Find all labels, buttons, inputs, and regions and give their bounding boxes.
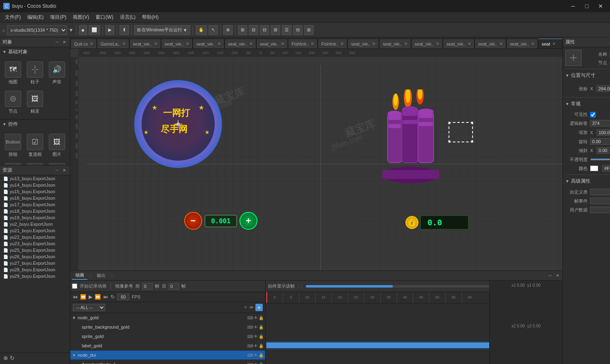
record-checkbox[interactable] xyxy=(72,283,77,289)
tab-seat6[interactable]: seat_vie..✕ xyxy=(347,39,379,48)
layer-sprite-bg-gold[interactable]: sprite_background_gold ⌨ 👁 🔒 xyxy=(75,323,265,332)
square-btn-2[interactable]: ⬜ xyxy=(89,25,100,35)
normal-section-header[interactable]: ▼ 常规 xyxy=(565,99,610,109)
tab-close-icon[interactable]: ✕ xyxy=(249,41,253,46)
list-item[interactable]: 📄yu29_buyu.ExportJson xyxy=(0,273,70,279)
tab-quit[interactable]: Quit.cs✕ xyxy=(70,39,97,48)
tab-seat7[interactable]: seat_vie..✕ xyxy=(379,39,411,48)
tab-seat11[interactable]: seat_vie..✕ xyxy=(506,39,538,48)
basic-section-header[interactable]: ▼ 基础对象 xyxy=(0,47,70,57)
skew-x-input[interactable] xyxy=(597,147,610,154)
list-item[interactable]: 📄yu18_buyu.ExportJson xyxy=(0,208,70,214)
visibility-checkbox[interactable] xyxy=(590,112,596,118)
hand-tool[interactable]: ✋ xyxy=(196,25,207,35)
control-checkbox[interactable]: ☑ 复选框 xyxy=(25,132,45,159)
list-item[interactable]: 📄yu22_buyu.ExportJson xyxy=(0,234,70,240)
control-fnt[interactable]: T FNT字体 xyxy=(47,161,67,165)
layer-node-gold[interactable]: ▼ node_gold ⌨ 👁 🔒 xyxy=(70,313,265,323)
menu-help[interactable]: 帮助(H) xyxy=(139,13,162,22)
tab-close-icon[interactable]: ✕ xyxy=(90,41,93,46)
panel-close-btn[interactable]: ✕ xyxy=(61,39,68,46)
list-item[interactable]: 📄yu25_buyu.ExportJson xyxy=(0,247,70,253)
assets-minimize-btn[interactable]: ─ xyxy=(54,167,60,174)
tab-fishintr2[interactable]: FishIntr..✕ xyxy=(318,39,347,48)
tab-close-icon[interactable]: ✕ xyxy=(122,41,126,46)
go-start-btn[interactable]: ⏮ xyxy=(73,294,78,300)
menu-project[interactable]: 项目(P) xyxy=(47,13,70,22)
tab-seat3[interactable]: seat_vie..✕ xyxy=(193,39,224,48)
tab-seat8[interactable]: seat_vie..✕ xyxy=(411,39,443,48)
bottom-close-btn[interactable]: ✕ xyxy=(554,272,561,279)
object-particle[interactable]: 粒子 xyxy=(25,60,45,87)
list-item[interactable]: 📄yu15_buyu.ExportJson xyxy=(0,188,70,195)
assets-add-btn[interactable]: ⊕ xyxy=(3,355,8,361)
align-btn5[interactable]: ⊟ xyxy=(293,25,303,35)
after-frames-input[interactable] xyxy=(169,283,179,290)
tab-seat4[interactable]: seat_vie..✕ xyxy=(224,39,256,48)
cursor-tool[interactable]: ↖ xyxy=(209,25,218,35)
menu-language[interactable]: 语言(L) xyxy=(117,13,139,22)
assets-refresh-btn[interactable]: ↻ xyxy=(10,355,15,361)
tab-close-icon[interactable]: ✕ xyxy=(372,41,375,46)
layer-node-dui[interactable]: ▼ node_dui ⌨ 👁 🔒 xyxy=(70,351,265,360)
export-button[interactable]: ⬆ xyxy=(120,25,129,35)
tab-close-icon[interactable]: ✕ xyxy=(186,41,189,46)
tab-output[interactable]: 输出 xyxy=(94,272,109,279)
list-item[interactable]: 📄yu2_buyu.ExportJson xyxy=(0,221,70,227)
align-btn3[interactable]: ⊞ xyxy=(271,25,280,35)
custom-class-input[interactable] xyxy=(590,189,610,195)
align-btn6[interactable]: ⊞ xyxy=(304,25,314,35)
tab-close-icon[interactable]: ✕ xyxy=(311,41,314,46)
control-image[interactable]: 🖼 图片 xyxy=(47,132,67,159)
prev-frame-btn[interactable]: ⏪ xyxy=(80,294,86,300)
project-select[interactable]: x-studio365(1334 * 750) xyxy=(7,25,67,35)
list-item[interactable]: 📄yu26_buyu.ExportJson xyxy=(0,253,70,260)
control-text[interactable]: A 文本 xyxy=(3,161,23,165)
list-item[interactable]: 📄yu21_buyu.ExportJson xyxy=(0,227,70,234)
list-item[interactable]: 📄yu13_buyu.ExportJson xyxy=(0,175,70,182)
run-platform-button[interactable]: ⊞ 在Windows平台运行 ▼ xyxy=(134,25,190,35)
before-frames-input[interactable] xyxy=(142,283,152,290)
plus-button[interactable]: + xyxy=(240,212,257,230)
tab-seat10[interactable]: seat_vie..✕ xyxy=(475,39,506,48)
go-end-btn[interactable]: ⏭ xyxy=(103,294,108,300)
object-sprite[interactable]: 🖼 精灵 xyxy=(25,89,45,116)
opacity-slider[interactable] xyxy=(590,159,610,160)
panel-minimize-btn[interactable]: ─ xyxy=(54,39,60,46)
user-data-input[interactable] xyxy=(590,207,610,213)
list-item[interactable]: 📄yu23_buyu.ExportJson xyxy=(0,240,70,247)
align-btn4[interactable]: ☰ xyxy=(282,25,292,35)
menu-window[interactable]: 窗口(W) xyxy=(92,13,116,22)
logic-tag-input[interactable] xyxy=(590,120,610,126)
list-item[interactable]: 📄yu16_buyu.ExportJson xyxy=(0,195,70,201)
list-item[interactable]: 📄yu19_buyu.ExportJson xyxy=(0,214,70,221)
bottom-minimize-btn[interactable]: ─ xyxy=(547,272,553,279)
loop-btn[interactable]: ↻ xyxy=(111,294,115,300)
maximize-button[interactable]: □ xyxy=(581,0,593,12)
tab-close-icon[interactable]: ✕ xyxy=(281,41,284,46)
minimize-button[interactable]: ─ xyxy=(567,0,579,12)
minus-button[interactable]: − xyxy=(184,212,202,230)
tab-fishintr1[interactable]: FishIntr..✕ xyxy=(288,39,318,48)
color-swatch[interactable] xyxy=(590,166,598,171)
rotate-input[interactable] xyxy=(590,138,610,145)
canvas-area[interactable]: -600 -550 -500 -450 -400 -350 -300 -250 … xyxy=(70,49,562,270)
tab-close-icon[interactable]: ✕ xyxy=(499,41,503,46)
square-btn-1[interactable]: ■ xyxy=(79,25,87,35)
layer-sprite-gold[interactable]: sprite_gold ⌨ 👁 🔒 xyxy=(75,332,265,341)
tab-close-icon[interactable]: ✕ xyxy=(340,41,344,46)
scale-x-input[interactable] xyxy=(597,129,610,136)
tab-close-icon[interactable]: ✕ xyxy=(552,41,556,46)
object-sound[interactable]: 🔊 声音 xyxy=(47,60,67,87)
list-item[interactable]: 📄yu17_buyu.ExportJson xyxy=(0,201,70,208)
advanced-section-header[interactable]: ▼ 高级属性 xyxy=(565,177,610,186)
object-map[interactable]: 🗺 地图 xyxy=(3,60,23,87)
menu-view[interactable]: 视图(V) xyxy=(70,13,92,22)
tab-seat5[interactable]: seat_vie..✕ xyxy=(256,39,288,48)
callback-input[interactable] xyxy=(590,198,610,204)
fps-input[interactable] xyxy=(117,294,129,300)
control-button[interactable]: Button 按钮 xyxy=(3,132,23,159)
tab-animation[interactable]: 动画 xyxy=(72,271,87,280)
next-frame-btn[interactable]: ⏩ xyxy=(95,294,101,300)
pencil-btn[interactable]: ✏ xyxy=(250,305,254,310)
